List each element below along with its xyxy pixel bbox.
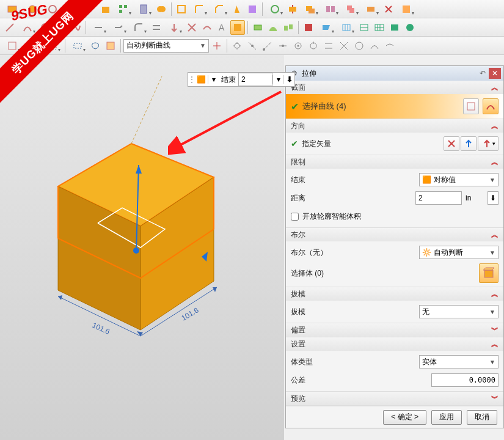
ok-button[interactable]: < 确定 > — [383, 410, 426, 425]
tool-rect-icon[interactable] — [53, 20, 68, 35]
tool-scale-icon[interactable] — [341, 2, 360, 16]
distance-dropdown-button[interactable]: ⬇ — [488, 191, 499, 205]
grip-icon[interactable]: ⋮⋮ — [188, 75, 194, 84]
open-profile-checkbox[interactable] — [291, 213, 299, 221]
section-header-direction[interactable]: 方向 ︽ — [286, 119, 503, 133]
tool-surf2-icon[interactable] — [266, 20, 280, 35]
body-type-select[interactable]: 实体 ▼ — [419, 355, 499, 369]
tool-mesh2-icon[interactable] — [357, 20, 371, 35]
tool-revolve-icon[interactable] — [23, 2, 42, 16]
section-header-settings[interactable]: 设置 ︽ — [286, 337, 503, 351]
tool-sel-scope-icon[interactable] — [2, 38, 22, 53]
tool-sel-rect-icon[interactable] — [68, 38, 87, 53]
chevron-down-icon[interactable]: ▾ — [208, 75, 219, 84]
tool-extrude-icon[interactable] — [2, 2, 22, 16]
boolean-select[interactable]: 🔆 自动判断 ▼ — [419, 246, 499, 259]
tool-snap8-icon[interactable] — [321, 38, 336, 53]
section-header-draft[interactable]: 拔模 ︽ — [286, 287, 503, 301]
tool-draft-icon[interactable] — [230, 2, 244, 16]
tool-region-icon[interactable] — [230, 20, 245, 35]
tool-blend-icon[interactable] — [189, 2, 209, 16]
tool-extend-icon[interactable] — [109, 20, 128, 35]
sketch-section-button[interactable] — [463, 98, 479, 114]
select-body-button[interactable] — [479, 263, 499, 283]
tool-text-icon[interactable]: A — [215, 20, 230, 35]
tool-move-icon[interactable] — [265, 2, 285, 16]
apply-button[interactable]: 应用 — [431, 410, 462, 425]
tool-mesh5-icon[interactable] — [403, 20, 417, 35]
tool-snap5-icon[interactable] — [276, 38, 290, 53]
end-type-select[interactable]: 🟧 对称值 ▼ — [419, 173, 499, 186]
tool-snap3-icon[interactable] — [245, 38, 260, 53]
tool-snap4-icon[interactable] — [260, 38, 275, 53]
tool-sel-all-icon[interactable] — [103, 38, 118, 53]
end-value-floating-input[interactable]: ⋮⋮ 🟧 ▾ 结束 ▾ ⬇ — [188, 72, 295, 87]
section-header-boolean[interactable]: 布尔 ︽ — [286, 228, 503, 241]
tool-snap9-icon[interactable] — [337, 38, 351, 53]
tool-fillet-icon[interactable] — [129, 20, 148, 35]
chevron-down-icon[interactable]: ▾ — [272, 75, 283, 84]
tool-snap10-icon[interactable] — [352, 38, 367, 53]
tool-datum-icon[interactable] — [68, 2, 82, 16]
tool-hole-icon[interactable] — [43, 2, 62, 16]
tool-bridge-icon[interactable] — [200, 20, 214, 35]
tool-surf3-icon[interactable] — [281, 20, 296, 35]
curve-rule-button[interactable] — [483, 98, 499, 114]
vector-constructor-button[interactable]: ▾ — [478, 136, 499, 151]
section-header-limits[interactable]: 限制 ︽ — [286, 155, 503, 169]
cancel-button[interactable]: 取消 — [467, 410, 497, 425]
tool-shell-icon[interactable] — [174, 2, 189, 16]
tool-split-icon[interactable] — [285, 2, 300, 16]
tool-pattern-icon[interactable] — [114, 2, 133, 16]
draft-select[interactable]: 无 ▼ — [419, 305, 499, 318]
tool-sel-lasso-icon[interactable] — [88, 38, 103, 53]
tool-block-icon[interactable] — [98, 2, 113, 16]
close-icon[interactable]: ✕ — [489, 68, 501, 79]
tool-sel-filter-icon[interactable] — [43, 38, 62, 53]
tool-proj-icon[interactable] — [164, 20, 184, 35]
tool-line-icon[interactable] — [2, 20, 17, 35]
tool-spline-icon[interactable] — [68, 20, 83, 35]
tool-snap1-icon[interactable] — [210, 38, 224, 53]
vector-dialog-button[interactable] — [461, 136, 477, 151]
tool-surf4-icon[interactable] — [301, 20, 316, 35]
tool-mesh3-icon[interactable] — [372, 20, 387, 35]
tool-sketch-icon[interactable] — [83, 2, 98, 16]
tool-circle-icon[interactable] — [38, 20, 53, 35]
tolerance-input[interactable] — [431, 373, 499, 387]
tool-more-icon[interactable] — [396, 2, 416, 16]
tool-replace-icon[interactable] — [361, 2, 381, 16]
tool-surf1-icon[interactable] — [250, 20, 265, 35]
tool-snap2-icon[interactable] — [230, 38, 244, 53]
curve-filter-combo[interactable]: 自动判断曲线 ▼ — [123, 39, 209, 53]
viewport-3d[interactable]: 101.6 101.6 — [0, 55, 284, 440]
tool-snap12-icon[interactable] — [382, 38, 397, 53]
tool-sel-type-icon[interactable] — [23, 38, 42, 53]
tool-snap6-icon[interactable] — [291, 38, 305, 53]
down-arrow-icon[interactable]: ⬇ — [283, 75, 294, 84]
tool-arc-icon[interactable] — [18, 20, 37, 35]
tool-snap11-icon[interactable] — [367, 38, 382, 53]
undo-icon[interactable]: ↶ — [477, 69, 489, 78]
tool-trim2-icon[interactable] — [89, 20, 108, 35]
tool-chamfer-icon[interactable] — [210, 2, 229, 16]
tool-mesh1-icon[interactable] — [337, 20, 356, 35]
section-header-section[interactable]: 截面 ︽ — [286, 81, 503, 94]
reverse-direction-button[interactable] — [444, 136, 459, 151]
end-value-input[interactable] — [238, 73, 272, 86]
tool-mesh4-icon[interactable] — [387, 20, 402, 35]
tool-delete-icon[interactable] — [381, 2, 396, 16]
select-curve-row[interactable]: ✔ 选择曲线 (4) — [286, 94, 503, 119]
tool-mirror-icon[interactable] — [321, 2, 340, 16]
section-header-preview[interactable]: 预览 ︾ — [286, 392, 503, 405]
tool-trim-icon[interactable] — [245, 2, 260, 16]
tool-thread-icon[interactable] — [134, 2, 153, 16]
open-profile-row[interactable]: 开放轮廓智能体积 — [291, 209, 499, 224]
tool-offset2-icon[interactable] — [149, 20, 164, 35]
tool-unite-icon[interactable] — [154, 2, 169, 16]
section-header-offset[interactable]: 偏置 ︾ — [286, 323, 503, 337]
tool-snap7-icon[interactable] — [306, 38, 321, 53]
distance-input[interactable] — [415, 191, 462, 205]
tool-surf5-icon[interactable] — [316, 20, 336, 35]
tool-offset-icon[interactable] — [301, 2, 320, 16]
